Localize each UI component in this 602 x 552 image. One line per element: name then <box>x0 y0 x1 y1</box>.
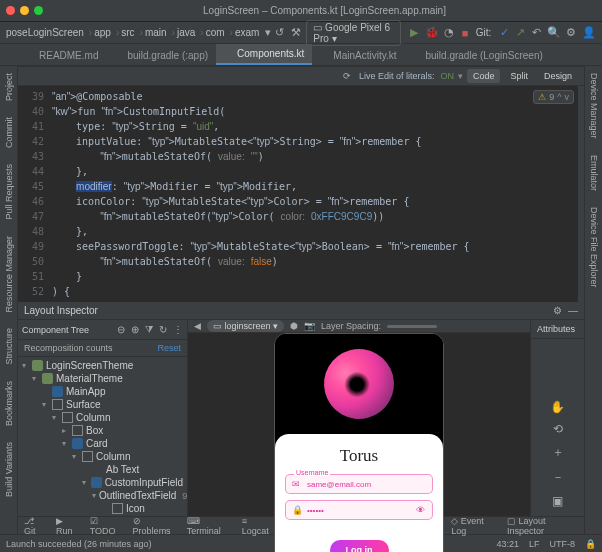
chevron-up-icon[interactable]: ^ <box>557 92 561 102</box>
chevron-down-icon[interactable]: ▾ <box>458 71 463 81</box>
tree-node[interactable]: Ab Text <box>18 463 187 476</box>
tree-node[interactable]: ▾Column <box>18 411 187 424</box>
tree-node[interactable]: ▸Box <box>18 424 187 437</box>
preview-stage[interactable]: Torus Username ✉ same@email.com 🔒 ••••••… <box>188 333 530 552</box>
window-controls[interactable] <box>6 6 43 15</box>
debug-icon[interactable]: 🐞 <box>425 26 439 40</box>
minimize-icon[interactable] <box>20 6 29 15</box>
live-icon[interactable]: ⬢ <box>290 321 298 331</box>
tool-window-tab[interactable]: Device Manager <box>589 70 599 142</box>
more-icon[interactable]: ⋮ <box>173 324 183 335</box>
tool-window-tab[interactable]: Emulator <box>589 152 599 194</box>
breadcrumb-item[interactable]: java <box>177 27 195 38</box>
layout-inspector-header[interactable]: Layout Inspector ⚙ — <box>18 302 584 320</box>
pan-icon[interactable]: ✋ <box>550 400 565 414</box>
zoom-in-icon[interactable]: ⊕ <box>131 324 139 335</box>
git-pull-icon[interactable]: ✓ <box>499 26 510 40</box>
tool-git[interactable]: ⎇ Git <box>24 516 46 536</box>
run-icon[interactable]: ▶ <box>409 26 420 40</box>
password-field[interactable]: 🔒 •••••• 👁 <box>285 500 433 520</box>
code-editor[interactable]: 3940414243444546474849505152 "an">@Compo… <box>18 86 584 302</box>
breadcrumb-item[interactable]: main <box>145 27 167 38</box>
mode-split[interactable]: Split <box>504 69 534 83</box>
tool-window-tab[interactable]: Project <box>4 70 14 104</box>
tree-node[interactable]: ▾OutlinedTextField98 <box>18 489 187 502</box>
line-separator[interactable]: LF <box>529 539 540 549</box>
breadcrumb-item[interactable]: app <box>94 27 111 38</box>
tool-window-tab[interactable]: Resource Manager <box>4 233 14 316</box>
expand-icon[interactable]: ▾ <box>62 439 72 448</box>
process-selector[interactable]: ▭ loginscreen ▾ <box>207 320 284 332</box>
expand-icon[interactable]: ▾ <box>32 374 42 383</box>
tool-window-tab[interactable]: Structure <box>4 325 14 368</box>
error-stripe[interactable] <box>578 86 584 302</box>
tool-todo[interactable]: ☑ TODO <box>90 516 123 536</box>
minimize-icon[interactable]: — <box>568 305 578 316</box>
file-encoding[interactable]: UTF-8 <box>550 539 576 549</box>
eye-icon[interactable]: 👁 <box>416 505 426 515</box>
rotate-icon[interactable]: ⟲ <box>553 422 563 436</box>
expand-icon[interactable]: ▾ <box>22 361 32 370</box>
run-config-selector[interactable]: ▭ Google Pixel 6 Pro ▾ <box>306 20 400 46</box>
expand-icon[interactable]: ▾ <box>42 400 52 409</box>
expand-icon[interactable]: ▾ <box>72 452 82 461</box>
tree-node[interactable]: ▾Card <box>18 437 187 450</box>
tool-window-tab[interactable]: Commit <box>4 114 14 151</box>
sync-icon[interactable]: ↺ <box>274 26 285 40</box>
snapshot-icon[interactable]: 📷 <box>304 321 315 331</box>
expand-icon[interactable]: ▾ <box>82 478 91 487</box>
tool-problems[interactable]: ⊘ Problems <box>133 516 177 536</box>
git-history-icon[interactable]: ↶ <box>531 26 542 40</box>
tree-node[interactable]: ▾Column <box>18 450 187 463</box>
zoom-out-icon[interactable]: ⊖ <box>117 324 125 335</box>
stop-icon[interactable]: ■ <box>460 26 471 40</box>
tool-window-tab[interactable]: Build Variants <box>4 439 14 500</box>
tree-node[interactable]: ▾MaterialTheme <box>18 372 187 385</box>
reset-link[interactable]: Reset <box>157 343 181 353</box>
slider[interactable] <box>387 325 437 328</box>
filter-icon[interactable]: ⧩ <box>145 324 153 336</box>
breadcrumb-item[interactable]: exam <box>235 27 259 38</box>
fit-icon[interactable]: ▣ <box>552 494 563 508</box>
tree-node[interactable]: ▾CustomInputField <box>18 476 187 489</box>
hammer-icon[interactable]: ⚒ <box>290 26 301 40</box>
tree-node[interactable]: MainApp <box>18 385 187 398</box>
username-field[interactable]: Username ✉ same@email.com <box>285 474 433 494</box>
search-icon[interactable]: 🔍 <box>547 26 561 40</box>
tree-node[interactable]: Icon <box>18 502 187 515</box>
tool-run[interactable]: ▶ Run <box>56 516 80 536</box>
zoom-out-icon[interactable]: － <box>552 469 564 486</box>
expand-icon[interactable]: ▸ <box>62 426 72 435</box>
chevron-down-icon[interactable]: v <box>565 92 570 102</box>
profiler-icon[interactable]: ◔ <box>444 26 455 40</box>
expand-icon[interactable]: ▾ <box>52 413 62 422</box>
lock-icon[interactable]: 🔒 <box>585 539 596 549</box>
breadcrumb-item[interactable]: src <box>121 27 134 38</box>
tool-window-tab[interactable]: Pull Requests <box>4 161 14 223</box>
zoom-in-icon[interactable]: ＋ <box>552 444 564 461</box>
breadcrumb-item[interactable]: com <box>206 27 225 38</box>
tool-window-tab[interactable]: Device File Explorer <box>589 204 599 291</box>
editor-tab[interactable]: Components.kt <box>216 44 312 65</box>
mode-code[interactable]: Code <box>467 69 501 83</box>
git-push-icon[interactable]: ↗ <box>515 26 526 40</box>
tool-window-tab[interactable]: Bookmarks <box>4 378 14 429</box>
problems-badge[interactable]: ⚠ 9 ^ v <box>533 90 574 104</box>
breadcrumb-item[interactable]: poseLoginScreen <box>6 27 84 38</box>
dropdown-icon[interactable]: ▾ <box>262 26 274 40</box>
back-icon[interactable]: ◀ <box>194 321 201 331</box>
refresh-icon[interactable]: ↻ <box>159 324 167 335</box>
tree-node[interactable]: ▾Surface <box>18 398 187 411</box>
tree-node[interactable]: ▾LoginScreenTheme <box>18 359 187 372</box>
editor-tab[interactable]: MainActivity.kt <box>312 46 404 65</box>
editor-tab[interactable]: README.md <box>18 46 106 65</box>
code-content[interactable]: "an">@Composable "kw">fun "fn">CustomInp… <box>48 86 518 302</box>
mode-design[interactable]: Design <box>538 69 578 83</box>
live-edit-value[interactable]: ON <box>440 71 454 81</box>
gear-icon[interactable]: ⚙ <box>566 26 577 40</box>
maximize-icon[interactable] <box>34 6 43 15</box>
editor-tab[interactable]: build.gradle (:app) <box>106 46 216 65</box>
refresh-icon[interactable]: ⟳ <box>343 71 351 81</box>
component-tree[interactable]: ▾LoginScreenTheme▾MaterialThemeMainApp▾S… <box>18 357 187 516</box>
gear-icon[interactable]: ⚙ <box>553 305 562 316</box>
